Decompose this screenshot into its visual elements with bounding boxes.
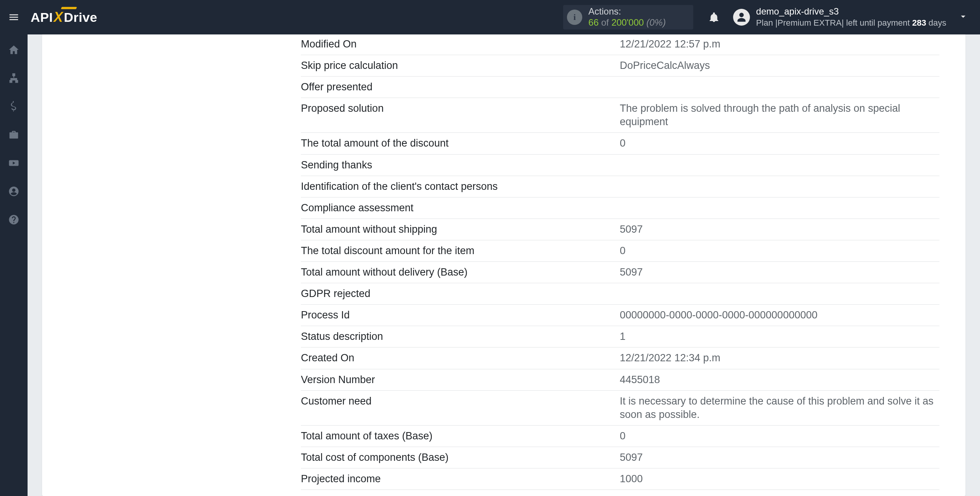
field-value: 0	[620, 429, 939, 443]
user-icon	[736, 12, 747, 23]
field-label: Process Id	[301, 308, 620, 322]
home-icon	[8, 44, 20, 55]
user-text: demo_apix-drive_s3 Plan |Premium EXTRA| …	[756, 6, 946, 28]
actions-limit: 200'000	[611, 17, 644, 28]
sitemap-icon	[8, 72, 20, 84]
table-row: The total discount amount for the item0	[301, 240, 939, 262]
field-value: It is necessary to determine the cause o…	[620, 395, 939, 421]
table-row: Total amount of taxes (Base)0	[301, 426, 939, 447]
field-value: DoPriceCalcAlways	[620, 59, 939, 72]
field-label: Version Number	[301, 373, 620, 387]
field-label: Skip price calculation	[301, 59, 620, 72]
table-row: Created On12/21/2022 12:34 p.m	[301, 348, 939, 369]
field-label: Identification of the client's contact p…	[301, 180, 620, 193]
sidebar-item-account[interactable]	[5, 183, 22, 200]
plan-prefix: Plan |	[756, 18, 777, 28]
app-shell: Modified On12/21/2022 12:57 p.mSkip pric…	[0, 34, 980, 496]
table-row: The total amount of the discount0	[301, 133, 939, 154]
field-label: Sending thanks	[301, 158, 620, 172]
field-value: 12/21/2022 12:57 p.m	[620, 38, 939, 51]
info-icon: i	[567, 10, 582, 25]
table-row: Total cost of components (Base)5097	[301, 447, 939, 468]
bell-icon	[708, 11, 720, 23]
field-value: The problem is solved through the path o…	[620, 102, 939, 129]
main-content: Modified On12/21/2022 12:57 p.mSkip pric…	[28, 34, 980, 496]
sidebar-item-help[interactable]	[5, 211, 22, 228]
table-row: Version Number4455018	[301, 369, 939, 391]
field-label: Total amount of taxes (Base)	[301, 429, 620, 443]
table-row: Skip price calculationDoPriceCalcAlways	[301, 55, 939, 77]
field-label: Created On	[301, 351, 620, 365]
field-label: Total amount without shipping	[301, 223, 620, 236]
field-value: 5097	[620, 266, 939, 279]
field-label: Offer presented	[301, 80, 620, 94]
logo-part-api: API	[31, 10, 53, 25]
table-row: Process Id00000000-0000-0000-0000-000000…	[301, 305, 939, 326]
sidebar-item-videos[interactable]	[5, 155, 22, 171]
actions-text: Actions: 66 of 200'000 (0%)	[588, 6, 666, 28]
plan-name: Premium EXTRA	[777, 18, 841, 28]
help-icon	[8, 214, 20, 225]
hamburger-icon	[8, 11, 20, 23]
field-value: 12/21/2022 12:34 p.m	[620, 351, 939, 365]
plan-sep: | left until payment	[841, 18, 912, 28]
user-menu-caret	[946, 11, 969, 23]
logo-part-x: X	[53, 9, 64, 25]
field-label: Total amount without delivery (Base)	[301, 266, 620, 279]
field-value: 1000	[620, 472, 939, 486]
table-row: Sending thanks	[301, 155, 939, 176]
logo-part-drive: Drive	[64, 10, 98, 25]
table-row: Customer needIt is necessary to determin…	[301, 391, 939, 426]
youtube-icon	[8, 157, 20, 169]
chevron-down-icon	[958, 11, 969, 22]
field-label: Projected income	[301, 472, 620, 486]
actions-label: Actions:	[588, 6, 666, 17]
table-row: Total amount without delivery (Base)5097	[301, 262, 939, 283]
table-row: Identification of the client's contact p…	[301, 176, 939, 197]
field-label: Modified On	[301, 38, 620, 51]
sidebar-item-connections[interactable]	[5, 70, 22, 86]
field-value: 00000000-0000-0000-0000-000000000000	[620, 308, 939, 322]
sidebar-item-billing[interactable]	[5, 98, 22, 115]
avatar	[733, 9, 750, 26]
sidebar-item-business[interactable]	[5, 126, 22, 143]
actions-of: of	[601, 17, 609, 28]
field-label: Total amount (Base)	[301, 494, 620, 496]
sidebar	[0, 34, 28, 496]
field-label: Compliance assessment	[301, 201, 620, 215]
topbar: API X Drive i Actions: 66 of 200'000 (0%…	[0, 0, 980, 34]
field-label: Total cost of components (Base)	[301, 451, 620, 464]
plan-days-word: days	[926, 18, 946, 28]
sidebar-item-home[interactable]	[5, 41, 22, 58]
detail-inner: Modified On12/21/2022 12:57 p.mSkip pric…	[67, 34, 940, 496]
field-value: 0	[620, 137, 939, 150]
app-logo[interactable]: API X Drive	[31, 9, 97, 25]
card-wrap: Modified On12/21/2022 12:57 p.mSkip pric…	[42, 34, 965, 496]
logo-accent-stroke	[61, 7, 77, 9]
table-row: Total amount (Base)5097	[301, 490, 939, 496]
field-label: Status description	[301, 330, 620, 343]
field-value: 1	[620, 330, 939, 343]
plan-days-num: 283	[912, 18, 926, 28]
table-row: Status description1	[301, 326, 939, 348]
detail-card: Modified On12/21/2022 12:57 p.mSkip pric…	[42, 34, 965, 496]
field-label: Proposed solution	[301, 102, 620, 115]
table-row: Modified On12/21/2022 12:57 p.m	[301, 34, 939, 55]
field-label: The total discount amount for the item	[301, 244, 620, 258]
table-row: Offer presented	[301, 77, 939, 98]
actions-quota[interactable]: i Actions: 66 of 200'000 (0%)	[563, 5, 693, 29]
field-value: 5097	[620, 223, 939, 236]
field-label: GDPR rejected	[301, 287, 620, 300]
user-circle-icon	[8, 186, 20, 197]
topbar-right: i Actions: 66 of 200'000 (0%) demo_apix-…	[563, 0, 973, 34]
menu-toggle-button[interactable]	[7, 10, 21, 24]
notifications-button[interactable]	[706, 10, 722, 25]
table-row: GDPR rejected	[301, 283, 939, 305]
user-menu[interactable]: demo_apix-drive_s3 Plan |Premium EXTRA| …	[733, 6, 973, 28]
field-value: 5097	[620, 451, 939, 464]
actions-percent: (0%)	[647, 17, 666, 28]
table-row: Compliance assessment	[301, 197, 939, 219]
user-name: demo_apix-drive_s3	[756, 6, 946, 17]
user-plan-line: Plan |Premium EXTRA| left until payment …	[756, 18, 946, 28]
field-value: 5097	[620, 494, 939, 496]
